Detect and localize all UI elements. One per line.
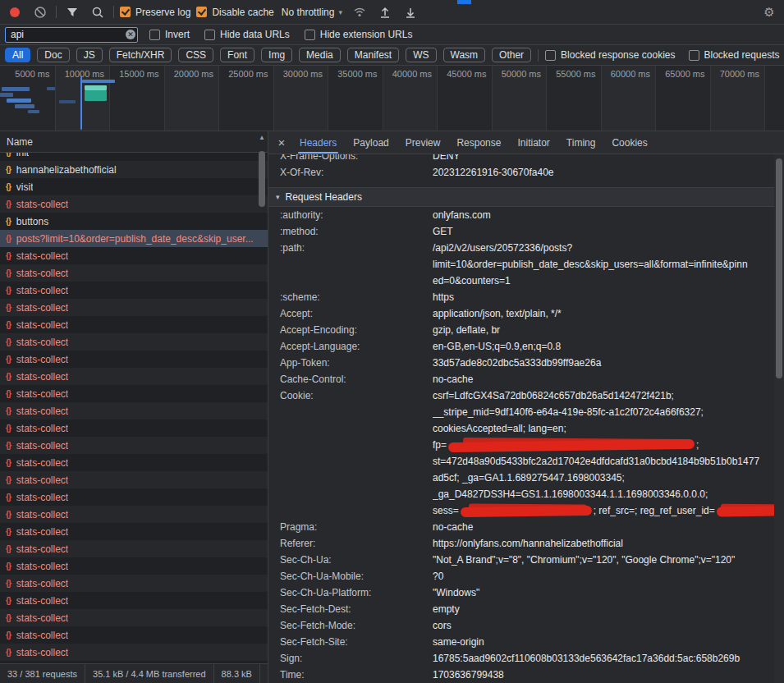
- tab-headers[interactable]: Headers: [291, 131, 345, 154]
- request-row[interactable]: {}stats-collect: [0, 333, 268, 351]
- close-details-button[interactable]: ×: [272, 131, 291, 154]
- request-row[interactable]: {}stats-collect: [0, 471, 268, 488]
- requests-panel: Name {}init{}hannahelizabethofficial{}vi…: [0, 131, 268, 683]
- blocked-requests-checkbox[interactable]: [689, 50, 699, 61]
- scrollbar-thumb[interactable]: [776, 158, 782, 378]
- request-row[interactable]: {}stats-collect: [0, 575, 268, 592]
- request-row[interactable]: {}stats-collect: [0, 557, 268, 575]
- tab-payload[interactable]: Payload: [345, 131, 397, 154]
- scrollbar-thumb[interactable]: [259, 151, 265, 207]
- request-row[interactable]: {}stats-collect: [0, 282, 268, 299]
- header-row: :path:/api2/v2/users/20572336/posts?limi…: [268, 240, 774, 289]
- clear-filter-icon[interactable]: ✕: [126, 30, 135, 39]
- filter-pill-img[interactable]: Img: [261, 48, 292, 62]
- filter-option-hide-data-urls[interactable]: Hide data URLs: [204, 29, 290, 40]
- header-row: Sign:16785:5aad9602cf110608b03133de56364…: [268, 650, 774, 667]
- filter-option-invert[interactable]: Invert: [149, 29, 190, 40]
- request-row[interactable]: {}posts?limit=10&order=publish_date_desc…: [0, 230, 268, 247]
- request-row[interactable]: {}stats-collect: [0, 264, 268, 282]
- filter-pill-doc[interactable]: Doc: [37, 48, 69, 62]
- filter-input-wrap: ✕: [5, 27, 138, 43]
- request-row[interactable]: {}stats-collect: [0, 523, 268, 540]
- preserve-log-checkbox[interactable]: [120, 7, 131, 17]
- request-row[interactable]: {}init: [0, 153, 268, 161]
- filter-pill-js[interactable]: JS: [76, 48, 103, 62]
- filter-option-hide-extension-urls[interactable]: Hide extension URLs: [305, 29, 413, 40]
- request-row[interactable]: {}stats-collect: [0, 247, 268, 264]
- filter-pill-font[interactable]: Font: [220, 48, 254, 62]
- overview-time-label: 5000 ms: [15, 69, 54, 79]
- preserve-log-option[interactable]: Preserve log: [120, 7, 190, 18]
- filter-pill-all[interactable]: All: [5, 48, 30, 62]
- request-row[interactable]: {}stats-collect: [0, 592, 268, 609]
- blocked-response-cookies-checkbox[interactable]: [545, 50, 556, 61]
- request-row[interactable]: {}buttons: [0, 213, 268, 230]
- requests-list: {}init{}hannahelizabethofficial{}visit{}…: [0, 153, 268, 663]
- filter-option-blocked-requests[interactable]: Blocked requests: [689, 49, 780, 61]
- request-row[interactable]: {}visit: [0, 178, 268, 195]
- filter-pill-wasm[interactable]: Wasm: [443, 48, 486, 62]
- fetch-xhr-icon: {}: [6, 527, 11, 536]
- invert-checkbox[interactable]: [149, 30, 160, 40]
- filter-input[interactable]: [5, 27, 138, 43]
- scroll-up-icon[interactable]: ▲: [257, 133, 267, 143]
- export-har-button[interactable]: [401, 3, 420, 21]
- header-row: Sec-Fetch-Dest:empty: [268, 601, 774, 617]
- details-scrollbar[interactable]: [774, 154, 784, 683]
- filter-pill-css[interactable]: CSS: [178, 48, 213, 62]
- name-column-header[interactable]: Name: [0, 131, 268, 153]
- requests-scrollbar[interactable]: ▲: [257, 133, 267, 662]
- tab-cookies[interactable]: Cookies: [603, 131, 655, 154]
- network-conditions-button[interactable]: [350, 3, 369, 21]
- search-button[interactable]: [88, 3, 108, 21]
- toolbar-divider: [538, 49, 539, 62]
- filter-pill-ws[interactable]: WS: [406, 48, 436, 62]
- filter-pill-manifest[interactable]: Manifest: [347, 48, 399, 62]
- filter-pill-other[interactable]: Other: [492, 48, 531, 62]
- request-row[interactable]: {}hannahelizabethofficial: [0, 161, 268, 178]
- disable-cache-option[interactable]: Disable cache: [196, 7, 273, 18]
- request-headers-section[interactable]: ▾ Request Headers: [268, 187, 774, 207]
- filter-pill-media[interactable]: Media: [299, 48, 341, 62]
- tab-timing[interactable]: Timing: [558, 131, 604, 154]
- tab-initiator[interactable]: Initiator: [509, 131, 557, 154]
- request-row[interactable]: {}stats-collect: [0, 506, 268, 523]
- request-row[interactable]: {}stats-collect: [0, 316, 268, 333]
- header-value-text: onlyfans.com: [433, 209, 491, 221]
- request-name: stats-collect: [16, 319, 68, 331]
- request-row[interactable]: {}stats-collect: [0, 195, 268, 213]
- record-button[interactable]: [5, 3, 25, 21]
- request-row[interactable]: {}stats-collect: [0, 402, 268, 419]
- request-row[interactable]: {}stats-collect: [0, 419, 268, 437]
- throttling-select[interactable]: No throttling ▾: [280, 7, 344, 18]
- filter-toggle-button[interactable]: [62, 3, 82, 21]
- request-row[interactable]: {}stats-collect: [0, 385, 268, 402]
- request-row[interactable]: {}stats-collect: [0, 626, 268, 644]
- disable-cache-checkbox[interactable]: [196, 7, 207, 17]
- header-value-line: application/json, text/plain, */*: [433, 305, 774, 322]
- request-row[interactable]: {}stats-collect: [0, 299, 268, 316]
- settings-button[interactable]: ⚙: [759, 3, 779, 21]
- filter-pill-fetch-xhr[interactable]: Fetch/XHR: [109, 48, 172, 62]
- request-row[interactable]: {}stats-collect: [0, 351, 268, 368]
- request-name: hannahelizabethofficial: [16, 164, 117, 176]
- header-name: X-Of-Rev:: [268, 164, 433, 181]
- request-row[interactable]: {}stats-collect: [0, 454, 268, 471]
- header-value-line: cors: [433, 617, 774, 634]
- request-row[interactable]: {}stats-collect: [0, 609, 268, 626]
- network-overview-timeline[interactable]: 5000 ms10000 ms15000 ms20000 ms25000 ms3…: [0, 66, 784, 131]
- tab-response[interactable]: Response: [448, 131, 509, 154]
- request-row[interactable]: {}stats-collect: [0, 368, 268, 385]
- hide-data-urls-checkbox[interactable]: [204, 30, 215, 40]
- request-row[interactable]: {}stats-collect: [0, 540, 268, 557]
- tab-preview[interactable]: Preview: [397, 131, 449, 154]
- import-har-button[interactable]: [375, 3, 395, 21]
- header-value-line: "Windows": [433, 584, 774, 601]
- filter-option-blocked-response-cookies[interactable]: Blocked response cookies: [545, 49, 675, 61]
- clear-button[interactable]: [30, 3, 50, 21]
- request-name: stats-collect: [16, 354, 68, 365]
- hide-extension-urls-checkbox[interactable]: [305, 30, 315, 40]
- request-row[interactable]: {}stats-collect: [0, 488, 268, 506]
- request-row[interactable]: {}stats-collect: [0, 437, 268, 454]
- request-row[interactable]: {}stats-collect: [0, 644, 268, 661]
